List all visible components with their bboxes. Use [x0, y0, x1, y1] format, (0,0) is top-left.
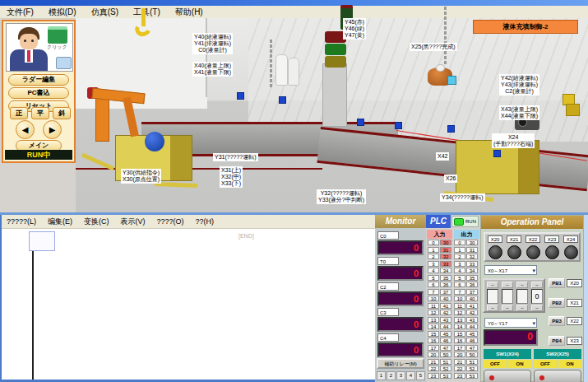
run-status: RUN中 [5, 150, 72, 160]
monitor-page-tab[interactable]: 2 [387, 371, 396, 380]
sim-label-line: (手動????右端) [493, 141, 533, 147]
green-book [48, 26, 67, 44]
monitor-page-tab[interactable]: 5 [416, 371, 425, 380]
sim-label-line: C0(液量計) [194, 47, 231, 54]
sim-device-label: X43(液量上限)X44(液量下限) [499, 105, 539, 120]
panel-button[interactable]: PC書込 [8, 87, 69, 99]
sim-label-line: Y34(?????運転) [442, 194, 484, 201]
plc-input-cell: 44 [440, 324, 451, 329]
thumbwheel-up-button[interactable]: – [516, 282, 528, 288]
plc-output-cell: 1 [454, 247, 465, 253]
view-button[interactable]: 正 [10, 107, 28, 119]
switch-off-label: OFF [534, 360, 557, 368]
white-bottle [275, 54, 288, 86]
plc-output-cell: 16 [454, 338, 465, 343]
plc-input-cell: 31 [440, 247, 451, 253]
knob-device-label: X20 [488, 235, 502, 243]
plc-output-cell: 42 [466, 310, 478, 315]
thumbwheel-down-button[interactable]: – [516, 305, 528, 311]
ladder-menu-item[interactable]: ??(H) [196, 217, 215, 226]
push-button-pb3[interactable]: PB3 [549, 316, 565, 326]
switch-header: SW2(X25) [534, 349, 581, 359]
x-device-select[interactable]: X0～X17 [484, 265, 537, 275]
panel-button[interactable]: ラダー編集 [8, 74, 69, 86]
plc-input-cell: 46 [440, 338, 451, 343]
monitor-page-tab[interactable]: 1 [377, 371, 386, 380]
menu-item[interactable]: 工具(T) [133, 7, 160, 18]
sim-label-line: Y45(赤) [345, 19, 364, 26]
ladder-end-instruction: [END] [238, 233, 254, 239]
plc-input-cell: 16 [428, 338, 439, 343]
push-button-device: X20 [567, 279, 582, 287]
rocker-switch[interactable] [534, 370, 581, 382]
y-device-select[interactable]: Y0～Y17 [484, 318, 537, 328]
ladder-editor[interactable]: ?????(L)编集(E)变换(C)表示(V)????(O)??(H) [END… [0, 215, 375, 382]
sim-device-label: X31(上)X32(中)X33(下) [220, 166, 243, 188]
ladder-menu-item[interactable]: 表示(V) [121, 217, 146, 227]
plc-input-cell: 33 [440, 261, 451, 267]
menu-item[interactable]: 模拟(D) [49, 7, 76, 18]
plc-input-cell: 35 [440, 275, 451, 281]
plc-output-cell: 21 [454, 359, 465, 365]
run-label: RUN [465, 219, 476, 224]
thumbwheel-up-button[interactable]: – [531, 282, 543, 288]
sim-device-label: X24(手動????右端) [492, 133, 535, 148]
arrow-left-glyph[interactable]: ◀ [16, 120, 35, 139]
plc-input-cell: 42 [440, 310, 451, 315]
ladder-menu-item[interactable]: 变换(C) [84, 217, 109, 227]
aux-relay-button[interactable]: 補助リレー(M) [377, 358, 424, 369]
toggle-knob[interactable] [507, 245, 521, 259]
plc-output-cell: 52 [466, 366, 478, 371]
plc-output-cell: 44 [466, 324, 478, 329]
push-button-device: X22 [567, 317, 582, 325]
rocker-switch[interactable] [484, 370, 531, 382]
thumbwheel-up-button[interactable]: – [487, 282, 498, 288]
plc-input-cell: 52 [440, 366, 451, 371]
view-button[interactable]: 平 [31, 107, 49, 119]
robot-ball [145, 132, 164, 151]
ladder-menu-item[interactable]: ????(O) [157, 217, 184, 226]
plc-input-cell: 43 [440, 317, 451, 323]
toggle-knob[interactable] [564, 245, 578, 259]
monitor-page-tab[interactable]: 3 [396, 371, 405, 380]
ladder-cursor[interactable] [29, 231, 55, 251]
avatar-tie [27, 50, 30, 62]
push-button-pb1[interactable]: PB1 [549, 278, 565, 288]
plc-input-cell: 17 [428, 345, 439, 351]
ladder-menu-item[interactable]: ?????(L) [7, 217, 36, 226]
push-button-pb2[interactable]: PB2 [549, 298, 565, 308]
thumbwheel-down-button[interactable]: – [502, 305, 513, 311]
thumbwheel-down-button[interactable]: – [487, 305, 498, 311]
sim-label-line: X26 [446, 175, 456, 182]
push-button-pb4[interactable]: PB4 [549, 336, 565, 346]
monitor-device-name: C3 [377, 308, 399, 316]
thumbwheel-digit [487, 289, 498, 304]
plc-output-cell: 10 [454, 296, 465, 301]
toggle-knob[interactable] [488, 245, 502, 259]
monitor-title: Monitor [375, 215, 426, 228]
plc-output-cell: 46 [466, 338, 478, 343]
view-button[interactable]: 斜 [53, 107, 71, 119]
menu-item[interactable]: 文件(F) [7, 7, 34, 18]
thumbwheel-up-button[interactable]: – [502, 282, 513, 288]
knob-device-label: X22 [525, 235, 540, 243]
arrow-right-glyph[interactable]: ▶ [43, 120, 62, 139]
sim-label-line: X30(原点位置) [123, 176, 160, 183]
toggle-knob[interactable] [545, 245, 559, 259]
sim-device-label: Y45(赤)Y46(緑)Y47(黄) [343, 18, 366, 40]
menu-item[interactable]: 帮助(H) [175, 7, 203, 18]
ladder-menu-item[interactable]: 编集(E) [48, 217, 72, 227]
thumbwheel-digit [502, 289, 513, 304]
sim-label-line: X33(下) [221, 180, 241, 187]
monitor-value-lcd: 0 [377, 266, 424, 281]
menu-item[interactable]: 仿真(S) [91, 7, 118, 18]
thumbwheel-down-button[interactable]: – [531, 305, 543, 311]
sim-label-line: C2(液量計) [501, 88, 538, 95]
plc-input-cell: 1 [428, 247, 439, 253]
sim-device-label: X26 [444, 175, 457, 183]
plc-output-cell: 53 [466, 373, 478, 379]
toggle-knob[interactable] [526, 245, 540, 259]
monitor-page-tab[interactable]: 4 [406, 371, 415, 380]
plc-input-cell: 12 [428, 310, 439, 315]
ladder-left-rail [32, 233, 34, 380]
